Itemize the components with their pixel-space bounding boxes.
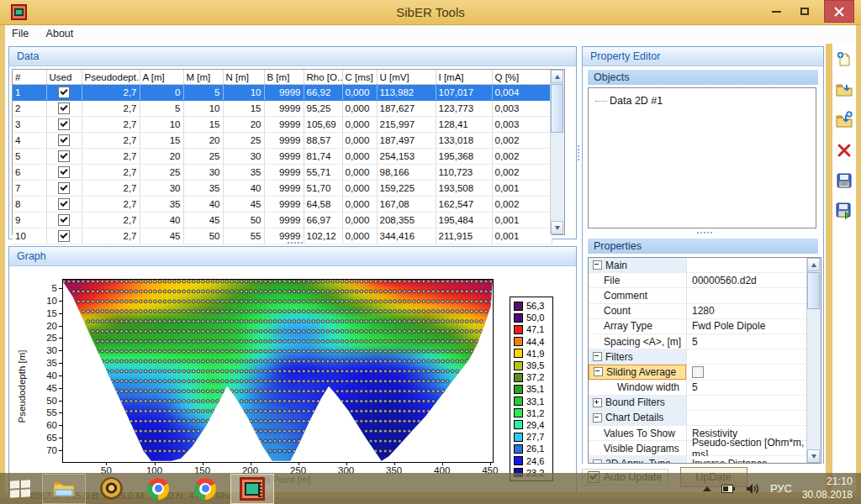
start-button[interactable] [3, 474, 37, 504]
used-cell[interactable] [46, 85, 82, 101]
chrome-button-1[interactable] [136, 474, 180, 504]
column-header[interactable]: M [m] [183, 70, 223, 85]
property-value[interactable]: 1280 [686, 304, 807, 318]
battery-icon[interactable] [721, 483, 736, 494]
column-header[interactable]: U [mV] [377, 70, 436, 85]
property-group-row[interactable]: 2D Appx. TypeInverse Distance [589, 456, 807, 464]
menu-file[interactable]: File [5, 25, 35, 39]
used-checkbox-icon[interactable] [58, 166, 70, 178]
horizontal-splitter[interactable] [257, 240, 333, 245]
vertical-splitter[interactable] [576, 128, 581, 178]
objects-tree[interactable]: Data 2D #1 [588, 87, 816, 228]
property-value[interactable] [686, 396, 807, 410]
property-row[interactable]: Count1280 [589, 304, 807, 319]
used-cell[interactable] [46, 165, 82, 181]
used-checkbox-icon[interactable] [58, 214, 70, 226]
property-group-row[interactable]: Bound Filters [589, 396, 807, 411]
property-grid[interactable]: MainFile00000560.d2dCommentCount1280Arra… [588, 257, 821, 464]
table-header-row[interactable]: #UsedPseudodept...A [m]M [m]N [m]B [m]Rh… [13, 70, 552, 85]
minimize-button[interactable] [763, 0, 789, 23]
table-row[interactable]: 82,7354045999964,580,000167,08162,5470,0… [13, 197, 552, 213]
column-header[interactable]: Q [%] [492, 70, 552, 85]
used-checkbox-icon[interactable] [58, 87, 70, 98]
objects-properties-splitter[interactable] [675, 230, 734, 235]
property-row[interactable]: Comment [589, 288, 807, 303]
property-group-row[interactable]: Sliding Average [589, 365, 807, 380]
property-group-row[interactable]: Main [589, 258, 807, 273]
collapse-icon[interactable] [593, 413, 602, 423]
property-row[interactable]: Array TypeFwd Pole Dipole [589, 319, 807, 334]
siber-tools-taskbar-button[interactable] [230, 474, 274, 504]
used-checkbox-icon[interactable] [58, 230, 70, 242]
property-value[interactable]: Fwd Pole Dipole [686, 319, 807, 333]
import-file-icon[interactable] [835, 111, 853, 129]
sliding-average-checkbox-icon[interactable] [692, 366, 704, 378]
table-row[interactable]: 22,751015999995,250,000187,627123,7730,0… [13, 101, 552, 117]
scroll-thumb[interactable] [551, 84, 563, 133]
scroll-up-icon[interactable] [551, 70, 563, 83]
property-value[interactable] [686, 349, 807, 364]
used-cell[interactable] [46, 149, 82, 165]
column-header[interactable]: C [ms] [342, 70, 377, 85]
used-checkbox-icon[interactable] [58, 198, 70, 210]
close-button[interactable] [824, 0, 854, 23]
used-cell[interactable] [46, 197, 82, 213]
collapse-icon[interactable] [594, 367, 603, 376]
menu-about[interactable]: About [40, 25, 81, 39]
open-file-icon[interactable] [835, 81, 853, 99]
used-cell[interactable] [46, 228, 82, 244]
tree-item-data2d[interactable]: Data 2D #1 [595, 95, 816, 107]
scroll-down-icon[interactable] [551, 221, 563, 234]
used-checkbox-icon[interactable] [58, 150, 70, 162]
property-value[interactable]: Pseudo-section [Ohm*m, ms] [686, 441, 807, 455]
scroll-down-icon[interactable] [807, 449, 820, 463]
used-cell[interactable] [46, 213, 82, 228]
used-cell[interactable] [46, 181, 82, 197]
new-document-icon[interactable] [835, 50, 853, 69]
table-row[interactable]: 12,70510999966,920,000113,982107,0170,00… [13, 85, 552, 101]
table-row[interactable]: 72,7303540999951,700,000159,225193,5080,… [13, 181, 552, 197]
used-cell[interactable] [46, 101, 82, 117]
collapse-icon[interactable] [593, 352, 602, 361]
column-header[interactable]: Rho [O... [304, 70, 342, 85]
expand-icon[interactable] [593, 398, 602, 407]
property-value[interactable]: Inverse Distance [686, 456, 807, 464]
save-as-icon[interactable] [835, 202, 853, 220]
used-checkbox-icon[interactable] [58, 118, 70, 130]
file-explorer-button[interactable] [42, 474, 86, 504]
clock[interactable]: 21:10 30.08.2018 [802, 475, 853, 501]
property-value[interactable]: 5 [686, 381, 807, 395]
column-header[interactable]: A [m] [140, 70, 183, 85]
pseudosection-canvas[interactable] [63, 280, 493, 462]
column-header[interactable]: B [m] [264, 70, 304, 85]
pseudosection-plot[interactable] [62, 279, 494, 463]
property-group-row[interactable]: Chart Details [589, 411, 807, 426]
used-cell[interactable] [46, 117, 82, 133]
scroll-up-icon[interactable] [807, 258, 820, 271]
hidden-icons-arrow[interactable] [703, 486, 711, 491]
table-row[interactable]: 32,71015209999105,690,000215,997128,410,… [13, 117, 552, 133]
column-header[interactable]: # [13, 70, 46, 85]
collapse-icon[interactable] [593, 260, 602, 270]
delete-icon[interactable] [835, 141, 853, 160]
scroll-thumb[interactable] [807, 272, 820, 309]
column-header[interactable]: Used [46, 70, 82, 85]
property-value[interactable]: 00000560.d2d [686, 273, 807, 287]
maximize-button[interactable] [792, 0, 817, 23]
gold-app-button[interactable] [89, 474, 133, 504]
property-value[interactable]: 5 [686, 334, 807, 349]
language-indicator[interactable]: РУС [770, 482, 792, 495]
property-grid-scrollbar[interactable] [806, 258, 821, 463]
table-row[interactable]: 92,7404550999966,970,000208,355195,4840,… [13, 213, 552, 228]
table-row[interactable]: 62,7253035999955,710,00098,166110,7230,0… [13, 165, 552, 181]
property-value[interactable] [686, 411, 807, 425]
used-checkbox-icon[interactable] [58, 102, 70, 114]
column-header[interactable]: N [m] [223, 70, 264, 85]
property-row[interactable]: File00000560.d2d [589, 273, 807, 288]
property-row[interactable]: Visible DiagramsPseudo-section [Ohm*m, m… [589, 441, 807, 456]
data-table[interactable]: #UsedPseudodept...A [m]M [m]N [m]B [m]Rh… [12, 69, 565, 235]
property-value[interactable] [686, 288, 807, 302]
table-scrollbar[interactable] [550, 70, 564, 234]
title-bar[interactable]: SibER Tools [0, 0, 861, 25]
table-row[interactable]: 52,7202530999981,740,000254,153195,3680,… [13, 149, 552, 165]
